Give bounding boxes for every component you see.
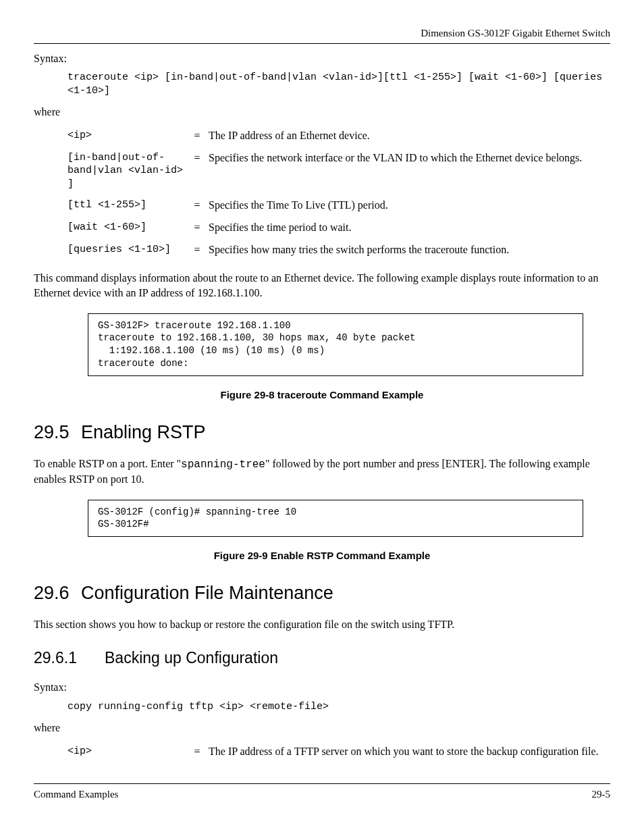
backup-params-table: <ip> = The IP address of a TFTP server o…: [68, 741, 602, 763]
section-title: Enabling RSTP: [81, 422, 206, 442]
page-header: Dimension GS-3012F Gigabit Ethernet Swit…: [34, 27, 610, 44]
param-desc: Specifies the Time To Live (TTL) period.: [209, 194, 586, 217]
table-row: [ttl <1-255>] = Specifies the Time To Li…: [68, 194, 586, 217]
syntax-label: Syntax:: [34, 681, 610, 695]
param-name: <ip>: [68, 741, 190, 763]
param-desc: Specifies the network interface or the V…: [209, 147, 586, 195]
section-29-6-1-heading: 29.6.1Backing up Configuration: [34, 648, 610, 669]
param-name: <ip>: [68, 125, 190, 147]
table-row: [wait <1-60>] = Specifies the time perio…: [68, 217, 586, 239]
equals-sign: =: [190, 147, 209, 195]
param-desc: The IP address of an Ethernet device.: [209, 125, 586, 147]
param-desc: Specifies how many tries the switch perf…: [209, 239, 586, 261]
param-name: [quesries <1-10>]: [68, 239, 190, 261]
subsection-number: 29.6.1: [34, 648, 105, 669]
figure-caption-29-8: Figure 29-8 traceroute Command Example: [34, 388, 610, 402]
traceroute-description: This command displays information about …: [34, 271, 610, 301]
equals-sign: =: [190, 741, 209, 763]
table-row: <ip> = The IP address of a TFTP server o…: [68, 741, 602, 763]
backup-syntax: copy running-config tftp <ip> <remote-fi…: [68, 700, 610, 714]
param-name: [in-band|out-of-band|vlan <vlan-id> ]: [68, 147, 190, 195]
param-desc: The IP address of a TFTP server on which…: [209, 741, 602, 763]
where-label: where: [34, 105, 610, 120]
param-desc: Specifies the time period to wait.: [209, 217, 586, 239]
rstp-description: To enable RSTP on a port. Enter "spannin…: [34, 457, 610, 488]
rstp-command-inline: spanning-tree: [181, 459, 265, 471]
traceroute-params-table: <ip> = The IP address of an Ethernet dev…: [68, 125, 586, 261]
syntax-label: Syntax:: [34, 52, 610, 66]
section-title: Configuration File Maintenance: [81, 583, 333, 603]
traceroute-syntax: traceroute <ip> [in-band|out-of-band|vla…: [68, 71, 610, 97]
table-row: [quesries <1-10>] = Specifies how many t…: [68, 239, 586, 261]
figure-caption-29-9: Figure 29-9 Enable RSTP Command Example: [34, 549, 610, 563]
param-name: [wait <1-60>]: [68, 217, 190, 239]
table-row: [in-band|out-of-band|vlan <vlan-id> ] = …: [68, 147, 586, 195]
equals-sign: =: [190, 125, 209, 147]
where-label: where: [34, 721, 610, 735]
equals-sign: =: [190, 217, 209, 239]
section-number: 29.6: [34, 581, 81, 605]
traceroute-example-box: GS-3012F> traceroute 192.168.1.100 trace…: [88, 313, 583, 377]
rstp-example-box: GS-3012F (config)# spanning-tree 10 GS-3…: [88, 500, 583, 538]
section-29-6-heading: 29.6Configuration File Maintenance: [34, 581, 610, 605]
page-footer: Command Examples 29-5: [34, 783, 610, 802]
cfg-description: This section shows you how to backup or …: [34, 617, 610, 632]
table-row: <ip> = The IP address of an Ethernet dev…: [68, 125, 586, 147]
equals-sign: =: [190, 239, 209, 261]
subsection-title: Backing up Configuration: [105, 649, 278, 667]
rstp-text-pre: To enable RSTP on a port. Enter ": [34, 458, 181, 469]
section-number: 29.5: [34, 421, 81, 444]
section-29-5-heading: 29.5Enabling RSTP: [34, 421, 610, 444]
equals-sign: =: [190, 194, 209, 217]
footer-right: 29-5: [592, 788, 611, 802]
footer-left: Command Examples: [34, 788, 118, 802]
param-name: [ttl <1-255>]: [68, 194, 190, 217]
